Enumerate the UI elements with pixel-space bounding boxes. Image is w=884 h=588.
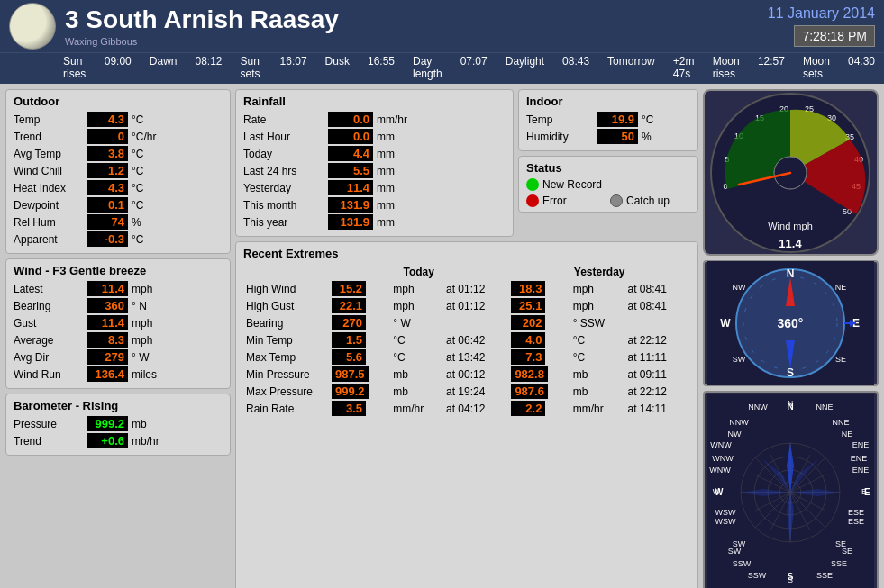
extreme-highgust-row: High Gust 22.1 mph at 01:12 25.1 mph at …: [243, 297, 690, 314]
svg-text:360°: 360°: [778, 316, 804, 330]
baro-pressure-unit: mb: [132, 418, 147, 430]
wind-latest-row: Latest 11.4 mph: [14, 281, 223, 296]
tomorrow-label: Tomorrow: [607, 55, 655, 80]
svg-text:S: S: [788, 572, 794, 582]
compass-panel: N S W E NW NE SW SE 360°: [703, 260, 879, 386]
maxtemp-today-time: at 13:42: [443, 348, 508, 366]
moon-sets-label: Moon sets: [803, 55, 830, 80]
windrose-panel: N S W E NNW NNE WNW ENE WNW ENE WSW ESE …: [703, 391, 879, 588]
new-record-label: New Record: [542, 178, 602, 191]
minpressure-today-unit: mb: [390, 366, 443, 383]
mintemp-today-unit: °C: [390, 331, 443, 348]
error-label: Error: [542, 194, 567, 207]
maxpressure-today-time: at 19:24: [443, 383, 508, 400]
moon-icon: [9, 3, 56, 50]
moon-rises-label: Moon rises: [713, 55, 740, 80]
indoor-hum-value: 50: [597, 129, 638, 144]
maxtemp-yest-unit: °C: [570, 348, 625, 366]
station-name: 3 South Arnish Raasay: [65, 5, 339, 34]
dawn-value: 08:12: [195, 55, 222, 80]
maxtemp-label: Max Temp: [243, 348, 329, 366]
daylight-value: 08:43: [562, 55, 589, 80]
wind-avgdir-unit: ° W: [132, 351, 149, 364]
svg-text:ENE: ENE: [852, 440, 870, 449]
rain-24hr-row: Last 24 hrs 5.5 mm: [243, 163, 506, 178]
rainrate-today-time: at 04:12: [443, 400, 508, 417]
dusk-label: Dusk: [325, 55, 350, 80]
outdoor-temp-row: Temp 4.3 °C: [14, 112, 223, 127]
outdoor-apparent-row: Apparent -0.3 °C: [14, 231, 223, 247]
outdoor-heatindex-value: 4.3: [87, 180, 128, 195]
dawn-label: Dawn: [150, 55, 178, 80]
status-title: Status: [526, 161, 690, 175]
bearing-today-val: 270: [329, 314, 390, 331]
status-grid: New Record Error Catch up: [526, 178, 690, 207]
outdoor-windchill-value: 1.2: [87, 163, 128, 178]
speedometer-svg: 0 5 10 15 20 25 30 35 40 45 50: [707, 90, 874, 255]
extreme-highwind-row: High Wind 15.2 mph at 01:12 18.3 mph at …: [243, 280, 690, 297]
svg-text:SE: SE: [842, 547, 852, 556]
wind-bearing-unit: ° N: [132, 300, 147, 312]
rain-lasthour-unit: mm: [377, 131, 395, 143]
extreme-maxpressure-row: Max Pressure 999.2 mb at 19:24 987.6 mb …: [243, 383, 690, 400]
indoor-temp-unit: °C: [642, 113, 653, 126]
extremes-title: Recent Extremes: [243, 247, 690, 260]
indoor-panel: Indoor Temp 19.9 °C Humidity 50 %: [518, 89, 698, 151]
outdoor-windchill-unit: °C: [132, 165, 143, 177]
dusk-value: 16:55: [368, 55, 395, 80]
rain-yesterday-label: Yesterday: [243, 182, 324, 194]
extremes-table: Today Yesterday High Wind 15.2 mph at 01…: [243, 264, 690, 417]
rain-thisyear-row: This year 131.9 mm: [243, 214, 506, 230]
catchup-label: Catch up: [626, 194, 670, 207]
rain-24hr-value: 5.5: [328, 163, 373, 178]
svg-text:SSE: SSE: [816, 571, 833, 580]
svg-text:Wind mph: Wind mph: [768, 221, 813, 231]
moon-rises-value: 12:57: [758, 55, 785, 80]
svg-text:SW: SW: [728, 547, 742, 556]
windrose-svg: N S W E NNW NNE WNW ENE WNW ENE WSW ESE …: [707, 394, 874, 588]
sun-bar: Sun rises 09:00 Dawn 08:12 Sun sets 16:0…: [0, 52, 884, 84]
maxtemp-today-val: 5.6: [329, 348, 390, 366]
wind-bearing-label: Bearing: [14, 300, 84, 312]
outdoor-windchill-label: Wind Chill: [14, 165, 84, 177]
wind-gust-value: 11.4: [87, 315, 128, 330]
baro-trend-row: Trend +0.6 mb/hr: [14, 433, 223, 448]
rain-lasthour-row: Last Hour 0.0 mm: [243, 129, 506, 144]
rainrate-today-unit: mm/hr: [390, 400, 443, 417]
wind-gust-label: Gust: [14, 317, 84, 330]
outdoor-apparent-label: Apparent: [14, 233, 84, 246]
indoor-hum-unit: %: [642, 131, 652, 143]
maxtemp-yest-val: 7.3: [508, 348, 570, 366]
rain-today-unit: mm: [377, 148, 395, 160]
minpressure-yest-unit: mb: [570, 366, 625, 383]
extreme-bearing-row: Bearing 270 ° W 202 ° SSW: [243, 314, 690, 331]
indoor-hum-row: Humidity 50 %: [526, 129, 690, 144]
extremes-panel: Recent Extremes Today Yesterday High Win…: [235, 241, 698, 588]
svg-text:NE: NE: [835, 283, 847, 292]
wind-latest-unit: mph: [132, 283, 152, 295]
right-column: 0 5 10 15 20 25 30 35 40 45 50: [703, 89, 879, 588]
outdoor-heatindex-label: Heat Index: [14, 182, 84, 194]
minpressure-yest-time: at 09:11: [625, 366, 691, 383]
bearing-yest-time: [625, 314, 691, 331]
minpressure-yest-val: 982.8: [508, 366, 570, 383]
outdoor-relhum-unit: %: [132, 216, 141, 229]
outdoor-dewpoint-unit: °C: [132, 199, 143, 212]
rainrate-label: Rain Rate: [243, 400, 329, 417]
mintemp-yest-unit: °C: [570, 331, 625, 348]
svg-text:W: W: [720, 317, 731, 330]
rain-yesterday-value: 11.4: [328, 180, 373, 195]
baro-pressure-label: Pressure: [14, 418, 84, 430]
rainrate-today-val: 3.5: [329, 400, 390, 417]
wind-average-unit: mph: [132, 334, 152, 347]
header-left: 3 South Arnish Raasay Waxing Gibbous: [9, 3, 339, 50]
indoor-temp-row: Temp 19.9 °C: [526, 112, 690, 127]
compass-svg: N S W E NW NE SW SE 360°: [707, 261, 874, 385]
outdoor-apparent-unit: °C: [132, 233, 143, 246]
outdoor-avgtemp-label: Avg Temp: [14, 148, 84, 160]
highgust-today-val: 22.1: [329, 297, 390, 314]
wind-avgdir-row: Avg Dir 279 ° W: [14, 349, 223, 365]
rain-thisyear-unit: mm: [377, 216, 395, 229]
svg-text:NE: NE: [842, 430, 853, 439]
svg-text:NNE: NNE: [832, 418, 849, 427]
